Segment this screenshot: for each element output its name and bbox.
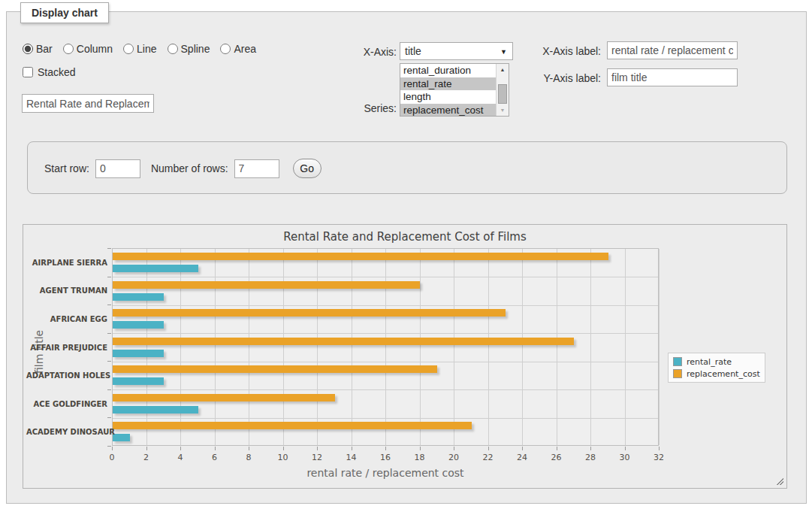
x-tick-mark (659, 447, 660, 450)
y-tick-mark (107, 361, 111, 362)
x-axis-select[interactable]: title ▼ (400, 42, 513, 60)
y-tick-mark (107, 277, 111, 277)
chart-type-radio-bar[interactable] (23, 44, 33, 54)
y-tick-mark (107, 333, 111, 334)
chevron-down-icon: ▼ (500, 48, 507, 56)
bar-replacement_cost (113, 309, 506, 317)
scroll-down-icon[interactable]: ▼ (497, 105, 509, 116)
series-scrollbar[interactable]: ▲ ▼ (496, 64, 509, 116)
y-tick-mark (107, 446, 111, 447)
y-axis-field-label: Y-Axis label: (539, 72, 601, 84)
stacked-checkbox[interactable] (23, 67, 33, 77)
chart-type-radio-line[interactable] (123, 44, 134, 54)
bar-replacement_cost (113, 394, 335, 401)
x-tick-label: 18 (415, 453, 425, 462)
series-options: rental_durationrental_ratelengthreplacem… (400, 64, 496, 117)
series-option-length[interactable]: length (400, 90, 496, 104)
vertical-gridline (659, 249, 660, 445)
horizontal-gridline (113, 418, 658, 419)
x-tick-label: 6 (212, 453, 217, 462)
vertical-gridline (454, 249, 454, 445)
go-button[interactable]: Go (293, 159, 321, 178)
chart-type-radio-area[interactable] (220, 44, 231, 54)
x-tick-label: 14 (346, 453, 357, 462)
chart-type-radio-group: BarColumnLineSplineArea (23, 43, 262, 55)
vertical-gridline (488, 249, 489, 445)
chart-type-radio-label: Column (77, 43, 113, 55)
y-category-label: ACADEMY DINOSAUR (26, 428, 107, 436)
stacked-label[interactable]: Stacked (38, 66, 76, 78)
series-option-rental_duration[interactable]: rental_duration (400, 64, 496, 77)
num-rows-input[interactable] (234, 159, 279, 178)
x-tick-mark (146, 447, 147, 450)
chart-x-axis-label: rental rate / replacement cost (112, 467, 659, 479)
x-tick-label: 26 (551, 453, 562, 462)
chart-type-option-line[interactable]: Line (123, 43, 156, 55)
vertical-gridline (180, 249, 181, 445)
chart-type-radio-label: Area (234, 43, 256, 55)
y-category-label: AFRICAN EGG (26, 315, 107, 323)
bar-replacement_cost (113, 422, 472, 429)
series-label: Series: (340, 102, 397, 114)
fieldset-legend: Display chart (20, 2, 109, 23)
x-tick-mark (317, 447, 318, 450)
bar-replacement_cost (113, 281, 420, 289)
x-tick-mark (488, 447, 489, 450)
x-tick-label: 30 (620, 453, 630, 462)
x-tick-label: 10 (278, 453, 288, 462)
bar-rental_rate (113, 377, 164, 385)
y-category-label: AFFAIR PREJUDICE (26, 344, 107, 352)
x-tick-label: 28 (585, 453, 596, 462)
chart-type-option-spline[interactable]: Spline (168, 43, 210, 55)
chart-type-radio-spline[interactable] (168, 44, 178, 54)
vertical-gridline (352, 249, 352, 445)
horizontal-gridline (113, 277, 658, 277)
rows-panel: Start row: Number of rows: Go (27, 141, 787, 194)
x-tick-mark (625, 447, 626, 450)
horizontal-gridline (113, 305, 658, 306)
chart-type-radio-label: Bar (36, 43, 53, 55)
bar-rental_rate (113, 321, 164, 329)
vertical-gridline (317, 249, 318, 445)
chart-type-radio-label: Spline (181, 43, 210, 55)
y-tick-mark (107, 304, 111, 305)
y-category-label: ADAPTATION HOLES (26, 371, 107, 380)
x-tick-mark (283, 447, 284, 450)
x-axis-field-label: X-Axis label: (539, 45, 601, 57)
x-axis-label-input[interactable] (607, 41, 738, 59)
x-tick-mark (420, 447, 421, 450)
bar-replacement_cost (113, 253, 608, 260)
chart-type-radio-column[interactable] (63, 44, 74, 54)
y-category-label: AGENT TRUMAN (26, 286, 107, 295)
chart-type-option-area[interactable]: Area (220, 43, 256, 55)
series-option-rental_rate[interactable]: rental_rate (400, 77, 496, 91)
chart-type-radio-label: Line (137, 43, 156, 55)
legend-swatch-replacement_cost (673, 369, 682, 378)
x-tick-label: 4 (178, 453, 183, 462)
x-tick-mark (590, 447, 591, 450)
vertical-gridline (625, 249, 626, 445)
chart-legend: rental_ratereplacement_cost (668, 353, 765, 383)
series-option-replacement_cost[interactable]: replacement_cost (400, 104, 496, 117)
chart-title-input[interactable] (22, 94, 154, 113)
y-tick-mark (107, 248, 111, 249)
vertical-gridline (215, 249, 216, 445)
legend-row: rental_rate (673, 356, 760, 368)
scroll-up-icon[interactable]: ▲ (497, 64, 509, 75)
vertical-gridline (385, 249, 386, 445)
x-axis-select-value: title (405, 45, 421, 57)
start-row-input[interactable] (95, 159, 140, 178)
x-tick-mark (557, 447, 557, 450)
series-listbox[interactable]: rental_durationrental_ratelengthreplacem… (400, 63, 509, 117)
y-category-label: ACE GOLDFINGER (26, 400, 107, 408)
vertical-gridline (590, 249, 591, 445)
chart-type-option-column[interactable]: Column (63, 43, 113, 55)
x-tick-label: 20 (448, 453, 459, 462)
chart-container: Rental Rate and Replacement Cost of Film… (23, 224, 787, 489)
scrollbar-thumb[interactable] (498, 84, 507, 104)
resize-handle-icon[interactable] (775, 477, 783, 485)
y-axis-label-input[interactable] (607, 68, 738, 86)
x-tick-label: 12 (312, 453, 322, 462)
bar-rental_rate (113, 406, 198, 414)
chart-type-option-bar[interactable]: Bar (23, 43, 53, 55)
